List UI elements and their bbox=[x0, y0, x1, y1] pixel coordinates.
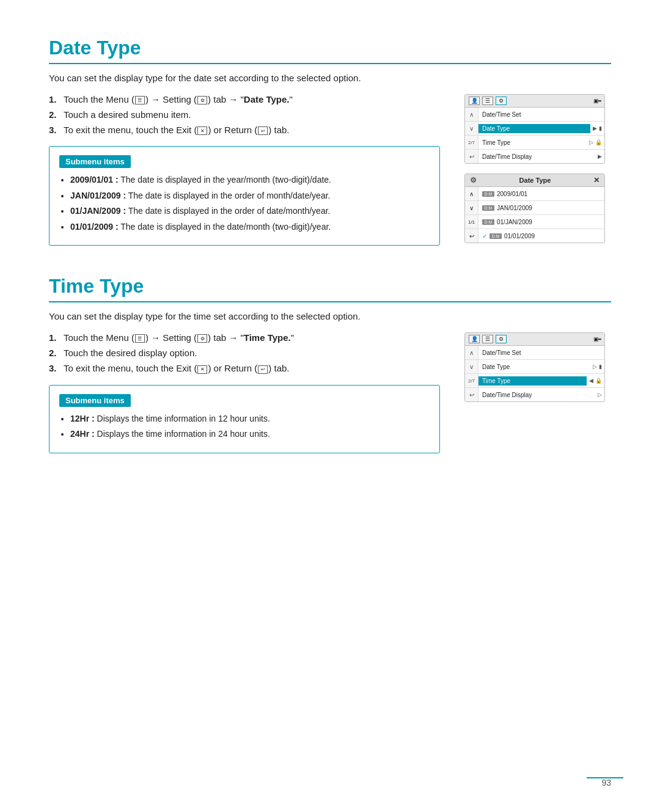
submenu-item-4: 01/01/2009 : The date is displayed in th… bbox=[70, 221, 430, 233]
popup-gear-icon: ⚙ bbox=[470, 176, 477, 185]
popup-row-2: ∨ D:M JAN/01/2009 bbox=[465, 201, 604, 215]
time-screen-header: 👤 ☰ ⚙ ▣▪▪ bbox=[465, 333, 604, 346]
time-type-description: You can set the display type for the tim… bbox=[49, 311, 611, 321]
time-date-type-value: ▷ ▮ bbox=[590, 362, 604, 371]
time-header-icons: 👤 ☰ ⚙ bbox=[469, 335, 507, 343]
time-person-icon: 👤 bbox=[469, 335, 480, 343]
nav-down: ∨ bbox=[465, 122, 479, 135]
time-step-3-num: 3. bbox=[49, 363, 60, 373]
time-type-value: ▷ 🔒 bbox=[587, 138, 604, 147]
date-value-3: 01/JAN/2009 bbox=[497, 219, 532, 225]
popup-nav-down: ∨ bbox=[465, 201, 479, 214]
step-1: 1. Touch the Menu (☰) → Setting (⚙) tab … bbox=[49, 94, 440, 104]
date-type-submenu-list: 2009/01/01 : The date is displayed in th… bbox=[59, 174, 430, 233]
nav-up: ∧ bbox=[465, 108, 479, 121]
menu-icon-t: ☰ bbox=[135, 334, 145, 343]
time-gear-icon-header: ⚙ bbox=[496, 335, 507, 343]
time-step-1-text: Touch the Menu (☰) → Setting (⚙) tab → "… bbox=[64, 332, 294, 343]
date-type-section: Date Type You can set the display type f… bbox=[49, 37, 611, 246]
time-type-submenu-list: 12Hr : Displays the time information in … bbox=[59, 413, 430, 441]
battery-icon: ▣▪▪ bbox=[593, 98, 601, 104]
date-value-2: JAN/01/2009 bbox=[497, 205, 532, 211]
time-submenu-item-1: 12Hr : Displays the time information in … bbox=[70, 413, 430, 425]
step-2: 2. Touch a desired submenu item. bbox=[49, 109, 440, 120]
nav-counter: 2/7 bbox=[465, 136, 479, 149]
time-step-1: 1. Touch the Menu (☰) → Setting (⚙) tab … bbox=[49, 332, 440, 343]
time-ui-row-datetime-display: ↩ Date/Time Display ▷ bbox=[465, 388, 604, 401]
datetime-display-label: Date/Time Display bbox=[479, 152, 595, 161]
popup-nav-counter: 1/1 bbox=[465, 215, 479, 229]
submenu-item-3: 01/JAN/2009 : The date is displayed in t… bbox=[70, 205, 430, 218]
date-type-steps: 1. Touch the Menu (☰) → Setting (⚙) tab … bbox=[49, 94, 440, 135]
datetime-display-value: ▶ bbox=[595, 152, 604, 161]
popup-content-4: ✓ D:M 01/01/2009 bbox=[479, 232, 604, 241]
section-divider bbox=[49, 63, 611, 64]
date-icon-4: D:M bbox=[490, 233, 502, 239]
popup-nav-return: ↩ bbox=[465, 229, 479, 243]
popup-row-4: ↩ ✓ D:M 01/01/2009 bbox=[465, 229, 604, 243]
page-number: 93 bbox=[601, 778, 611, 788]
popup-header: ⚙ Date Type ✕ bbox=[465, 174, 604, 187]
time-date-type-label: Date Type bbox=[479, 362, 590, 371]
time-step-1-num: 1. bbox=[49, 332, 60, 343]
time-nav-up: ∧ bbox=[465, 346, 479, 359]
time-type-label-highlighted: Time Type bbox=[479, 376, 587, 386]
step-3: 3. To exit the menu, touch the Exit (✕) … bbox=[49, 125, 440, 135]
time-section-divider bbox=[49, 301, 611, 302]
gear-icon-header: ⚙ bbox=[496, 97, 507, 105]
date-type-submenu: Submenu items 2009/01/01 : The date is d… bbox=[49, 146, 440, 246]
step-3-text: To exit the menu, touch the Exit (✕) or … bbox=[64, 125, 290, 135]
time-nav-counter: 2/7 bbox=[465, 374, 479, 387]
popup-content-2: D:M JAN/01/2009 bbox=[479, 203, 604, 213]
time-datetime-set-label: Date/Time Set bbox=[479, 348, 604, 357]
screen-header: 👤 ☰ ⚙ ▣▪▪ bbox=[465, 95, 604, 108]
popup-close-icon: ✕ bbox=[593, 176, 600, 185]
popup-row-1: ∧ D:M 2009/01/01 bbox=[465, 187, 604, 201]
time-step-2-text: Touch the desired display option. bbox=[64, 348, 197, 358]
time-type-value-highlighted: ◀ 🔒 bbox=[587, 376, 604, 385]
time-type-main-screen: 👤 ☰ ⚙ ▣▪▪ ∧ Date/Time Set ∨ Date Type ▷ … bbox=[464, 332, 605, 402]
gear-icon-t: ⚙ bbox=[197, 334, 207, 343]
step-1-num: 1. bbox=[49, 94, 60, 104]
time-type-ui-panel: 👤 ☰ ⚙ ▣▪▪ ∧ Date/Time Set ∨ Date Type ▷ … bbox=[464, 332, 611, 402]
step-2-num: 2. bbox=[49, 109, 60, 120]
time-datetime-display-value: ▷ bbox=[595, 390, 604, 399]
datetime-set-label: Date/Time Set bbox=[479, 110, 604, 119]
menu-icon: ☰ bbox=[135, 96, 145, 104]
ui-row-time-type: 2/7 Time Type ▷ 🔒 bbox=[465, 136, 604, 150]
date-value-1: 2009/01/01 bbox=[497, 191, 527, 197]
time-step-2: 2. Touch the desired display option. bbox=[49, 348, 440, 358]
popup-content-3: D:M 01/JAN/2009 bbox=[479, 218, 604, 227]
time-type-submenu: Submenu items 12Hr : Displays the time i… bbox=[49, 385, 440, 453]
time-step-2-num: 2. bbox=[49, 348, 60, 358]
time-type-title: Time Type bbox=[49, 275, 611, 298]
time-menu-icon-header: ☰ bbox=[482, 335, 493, 343]
date-type-label-highlighted: Date Type bbox=[479, 124, 590, 133]
return-icon-t: ↩ bbox=[258, 365, 268, 374]
time-submenu-header: Submenu items bbox=[59, 394, 131, 407]
date-type-steps-submenu: 1. Touch the Menu (☰) → Setting (⚙) tab … bbox=[49, 94, 440, 246]
date-icon-3: D:M bbox=[482, 219, 494, 225]
time-ui-row-date-type: ∨ Date Type ▷ ▮ bbox=[465, 360, 604, 374]
nav-return: ↩ bbox=[465, 150, 479, 163]
date-type-main-screen: 👤 ☰ ⚙ ▣▪▪ ∧ Date/Time Set ∨ Date Type ▶ … bbox=[464, 94, 605, 164]
time-type-label: Time Type bbox=[479, 138, 587, 147]
date-type-ui-panel: 👤 ☰ ⚙ ▣▪▪ ∧ Date/Time Set ∨ Date Type ▶ … bbox=[464, 94, 611, 243]
time-type-content: 1. Touch the Menu (☰) → Setting (⚙) tab … bbox=[49, 332, 611, 453]
time-step-3-text: To exit the menu, touch the Exit (✕) or … bbox=[64, 363, 290, 373]
time-type-steps: 1. Touch the Menu (☰) → Setting (⚙) tab … bbox=[49, 332, 440, 373]
time-nav-return: ↩ bbox=[465, 388, 479, 401]
date-type-value: ▶ ▮ bbox=[590, 124, 604, 133]
date-icon-1: D:M bbox=[482, 191, 494, 197]
date-value-4: 01/01/2009 bbox=[504, 233, 535, 240]
time-ui-row-datetime-set: ∧ Date/Time Set bbox=[465, 346, 604, 360]
time-battery-icon: ▣▪▪ bbox=[593, 336, 601, 342]
popup-title: Date Type bbox=[519, 177, 551, 184]
submenu-item-2: JAN/01/2009 : The date is displayed in t… bbox=[70, 190, 430, 202]
date-type-popup-screen: ⚙ Date Type ✕ ∧ D:M 2009/01/01 ∨ D:M JAN… bbox=[464, 174, 605, 243]
time-submenu-item-2: 24Hr : Displays the time information in … bbox=[70, 428, 430, 441]
x-icon: ✕ bbox=[197, 126, 207, 135]
popup-nav-up: ∧ bbox=[465, 187, 479, 200]
time-ui-row-time-type: 2/7 Time Type ◀ 🔒 bbox=[465, 374, 604, 388]
step-2-text: Touch a desired submenu item. bbox=[64, 109, 191, 120]
